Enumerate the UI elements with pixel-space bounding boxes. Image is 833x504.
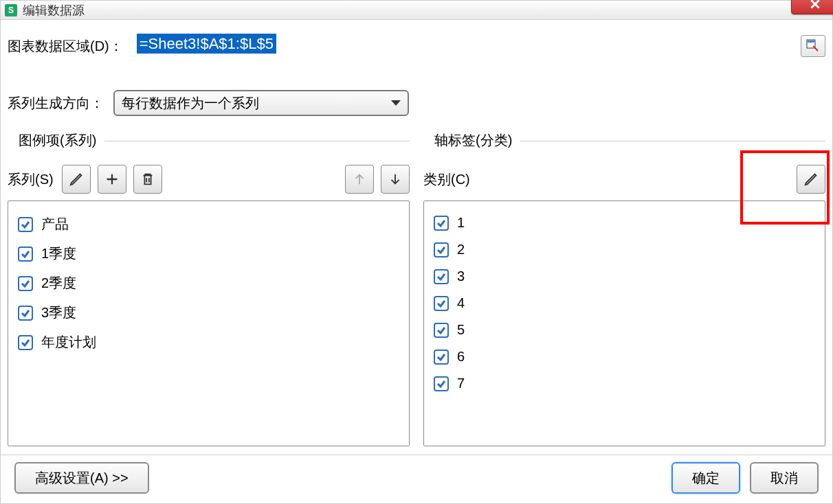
close-button[interactable] xyxy=(791,0,833,14)
dialog-title: 编辑数据源 xyxy=(23,2,85,19)
pencil-icon xyxy=(69,172,84,187)
axis-header: 轴标签(分类) xyxy=(423,131,825,150)
series-label: 系列(S) xyxy=(8,170,54,189)
close-icon xyxy=(810,0,820,9)
category-listbox[interactable]: 1234567 xyxy=(423,201,825,446)
columns: 图例项(系列) 系列(S) xyxy=(8,131,825,446)
checkbox[interactable] xyxy=(434,242,449,257)
checkbox[interactable] xyxy=(434,216,449,231)
series-direction-value: 每行数据作为一个系列 xyxy=(122,94,259,113)
axis-title: 轴标签(分类) xyxy=(423,133,516,148)
legend-header: 图例项(系列) xyxy=(8,131,410,150)
pencil-icon xyxy=(803,172,819,187)
cancel-button[interactable]: 取消 xyxy=(750,462,819,494)
series-item-label: 3季度 xyxy=(41,303,76,322)
category-item[interactable]: 1 xyxy=(431,209,825,236)
checkbox[interactable] xyxy=(434,269,449,284)
dialog-content: 图表数据区域(D)： =Sheet3!$A$1:$L$5 系列生成方向： 每行数… xyxy=(1,20,832,503)
series-item[interactable]: 产品 xyxy=(15,209,402,239)
series-item-label: 2季度 xyxy=(41,274,76,293)
range-picker-icon xyxy=(806,39,820,53)
category-item-label: 3 xyxy=(457,268,465,284)
category-label: 类别(C) xyxy=(423,170,470,189)
series-item-label: 年度计划 xyxy=(41,333,96,352)
chart-range-row: 图表数据区域(D)： =Sheet3!$A$1:$L$5 xyxy=(8,34,825,58)
edit-series-button[interactable] xyxy=(62,165,91,194)
series-toolbar: 系列(S) xyxy=(8,165,410,194)
axis-labels-column: 轴标签(分类) 类别(C) 1234567 xyxy=(423,131,825,446)
add-series-button[interactable] xyxy=(98,165,126,194)
chart-range-label: 图表数据区域(D)： xyxy=(8,37,123,56)
series-item[interactable]: 1季度 xyxy=(15,239,402,268)
range-picker-button[interactable] xyxy=(801,35,825,57)
move-up-button[interactable] xyxy=(345,165,374,194)
ok-button[interactable]: 确定 xyxy=(671,462,740,494)
legend-title: 图例项(系列) xyxy=(8,133,100,148)
chart-range-input-wrap: =Sheet3!$A$1:$L$5 xyxy=(133,34,825,58)
category-item[interactable]: 7 xyxy=(431,370,825,397)
series-direction-label: 系列生成方向： xyxy=(8,94,104,113)
series-item-label: 1季度 xyxy=(41,244,76,263)
series-item[interactable]: 年度计划 xyxy=(15,328,402,357)
titlebar: S 编辑数据源 xyxy=(1,1,832,20)
category-item-label: 6 xyxy=(457,349,465,365)
category-item-label: 1 xyxy=(457,215,465,231)
checkbox[interactable] xyxy=(18,306,33,321)
checkbox[interactable] xyxy=(18,217,33,232)
arrow-up-icon xyxy=(352,172,367,187)
series-listbox[interactable]: 产品1季度2季度3季度年度计划 xyxy=(8,201,410,446)
legend-series-column: 图例项(系列) 系列(S) xyxy=(8,131,410,446)
delete-series-button[interactable] xyxy=(133,165,162,194)
checkbox[interactable] xyxy=(18,335,33,350)
edit-category-button[interactable] xyxy=(797,165,825,194)
advanced-settings-button[interactable]: 高级设置(A) >> xyxy=(14,462,149,494)
trash-icon xyxy=(140,172,155,187)
svg-rect-1 xyxy=(808,41,814,43)
category-item-label: 4 xyxy=(457,295,465,311)
series-item[interactable]: 3季度 xyxy=(15,298,402,328)
category-item-label: 5 xyxy=(457,322,465,338)
chart-range-input[interactable]: =Sheet3!$A$1:$L$5 xyxy=(133,34,795,58)
series-item-label: 产品 xyxy=(41,215,69,233)
arrow-down-icon xyxy=(388,172,403,187)
category-item[interactable]: 2 xyxy=(431,236,825,263)
checkbox[interactable] xyxy=(434,323,449,338)
category-toolbar: 类别(C) xyxy=(423,165,825,194)
category-item[interactable]: 6 xyxy=(431,343,825,370)
checkbox[interactable] xyxy=(18,247,33,262)
checkbox[interactable] xyxy=(18,276,33,291)
category-item-label: 2 xyxy=(457,242,465,257)
chevron-down-icon xyxy=(391,100,401,106)
move-down-button[interactable] xyxy=(381,165,410,194)
checkbox[interactable] xyxy=(434,350,449,365)
category-item-label: 7 xyxy=(457,376,465,391)
checkbox[interactable] xyxy=(434,296,449,311)
series-item[interactable]: 2季度 xyxy=(15,268,402,298)
category-item[interactable]: 4 xyxy=(431,290,825,317)
checkbox[interactable] xyxy=(434,376,449,391)
app-icon: S xyxy=(5,4,17,16)
category-item[interactable]: 3 xyxy=(431,263,825,290)
footer: 高级设置(A) >> 确定 取消 xyxy=(8,455,825,498)
plus-icon xyxy=(104,172,120,187)
series-direction-select[interactable]: 每行数据作为一个系列 xyxy=(113,90,409,116)
category-item[interactable]: 5 xyxy=(431,317,825,343)
series-direction-row: 系列生成方向： 每行数据作为一个系列 xyxy=(8,90,825,116)
edit-datasource-dialog: S 编辑数据源 图表数据区域(D)： =Sheet3!$A$1:$L$5 系列生… xyxy=(0,0,833,504)
